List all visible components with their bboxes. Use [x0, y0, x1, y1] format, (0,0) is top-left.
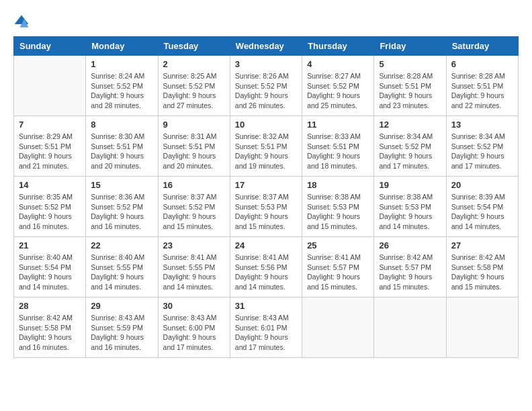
svg-marker-0: [15, 15, 29, 24]
weekday-header-thursday: Thursday: [302, 37, 374, 56]
day-info: Sunrise: 8:40 AM Sunset: 5:55 PM Dayligh…: [91, 253, 152, 292]
calendar-table: SundayMondayTuesdayWednesdayThursdayFrid…: [13, 36, 519, 358]
weekday-header-sunday: Sunday: [14, 37, 86, 56]
calendar-cell: 8Sunrise: 8:30 AM Sunset: 5:51 PM Daylig…: [86, 116, 158, 177]
week-row-5: 28Sunrise: 8:42 AM Sunset: 5:58 PM Dayli…: [14, 298, 519, 358]
page-header: [13, 13, 519, 30]
calendar-cell: 4Sunrise: 8:27 AM Sunset: 5:52 PM Daylig…: [302, 56, 374, 116]
calendar-cell: 28Sunrise: 8:42 AM Sunset: 5:58 PM Dayli…: [14, 298, 86, 358]
day-number: 14: [19, 180, 81, 190]
day-info: Sunrise: 8:43 AM Sunset: 6:01 PM Dayligh…: [235, 313, 297, 353]
calendar-cell: 9Sunrise: 8:31 AM Sunset: 5:51 PM Daylig…: [158, 116, 230, 177]
day-number: 1: [91, 59, 152, 69]
day-info: Sunrise: 8:38 AM Sunset: 5:53 PM Dayligh…: [307, 192, 369, 232]
calendar-cell: 15Sunrise: 8:36 AM Sunset: 5:52 PM Dayli…: [86, 177, 158, 237]
calendar-cell: 26Sunrise: 8:42 AM Sunset: 5:57 PM Dayli…: [374, 237, 446, 298]
day-info: Sunrise: 8:35 AM Sunset: 5:52 PM Dayligh…: [19, 192, 81, 232]
day-number: 20: [451, 180, 513, 190]
calendar-cell: 7Sunrise: 8:29 AM Sunset: 5:51 PM Daylig…: [14, 116, 86, 177]
day-number: 26: [379, 240, 441, 250]
day-info: Sunrise: 8:30 AM Sunset: 5:51 PM Dayligh…: [91, 132, 152, 171]
day-info: Sunrise: 8:43 AM Sunset: 5:59 PM Dayligh…: [91, 313, 152, 353]
day-info: Sunrise: 8:28 AM Sunset: 5:51 PM Dayligh…: [379, 71, 441, 111]
day-number: 3: [235, 59, 297, 69]
calendar-cell: 3Sunrise: 8:26 AM Sunset: 5:52 PM Daylig…: [230, 56, 302, 116]
weekday-header-monday: Monday: [86, 37, 158, 56]
day-number: 11: [307, 120, 369, 130]
day-info: Sunrise: 8:42 AM Sunset: 5:58 PM Dayligh…: [19, 313, 81, 353]
calendar-cell: 12Sunrise: 8:34 AM Sunset: 5:52 PM Dayli…: [374, 116, 446, 177]
calendar-cell: [302, 298, 374, 358]
day-number: 27: [451, 240, 513, 250]
day-number: 23: [163, 240, 225, 250]
day-number: 25: [307, 240, 369, 250]
day-info: Sunrise: 8:32 AM Sunset: 5:51 PM Dayligh…: [235, 132, 297, 171]
calendar-cell: 1Sunrise: 8:24 AM Sunset: 5:52 PM Daylig…: [86, 56, 158, 116]
calendar-cell: 22Sunrise: 8:40 AM Sunset: 5:55 PM Dayli…: [86, 237, 158, 298]
day-number: 10: [235, 120, 297, 130]
day-info: Sunrise: 8:28 AM Sunset: 5:51 PM Dayligh…: [451, 71, 513, 111]
week-row-1: 1Sunrise: 8:24 AM Sunset: 5:52 PM Daylig…: [14, 56, 519, 116]
day-number: 4: [307, 59, 369, 69]
calendar-cell: 31Sunrise: 8:43 AM Sunset: 6:01 PM Dayli…: [230, 298, 302, 358]
day-info: Sunrise: 8:25 AM Sunset: 5:52 PM Dayligh…: [163, 71, 225, 111]
day-number: 28: [19, 301, 81, 311]
day-info: Sunrise: 8:26 AM Sunset: 5:52 PM Dayligh…: [235, 71, 297, 111]
calendar-cell: 27Sunrise: 8:42 AM Sunset: 5:58 PM Dayli…: [446, 237, 518, 298]
day-info: Sunrise: 8:24 AM Sunset: 5:52 PM Dayligh…: [91, 71, 152, 111]
day-number: 13: [451, 120, 513, 130]
day-info: Sunrise: 8:36 AM Sunset: 5:52 PM Dayligh…: [91, 192, 152, 232]
calendar-cell: 21Sunrise: 8:40 AM Sunset: 5:54 PM Dayli…: [14, 237, 86, 298]
week-row-3: 14Sunrise: 8:35 AM Sunset: 5:52 PM Dayli…: [14, 177, 519, 237]
calendar-cell: 10Sunrise: 8:32 AM Sunset: 5:51 PM Dayli…: [230, 116, 302, 177]
day-number: 16: [163, 180, 225, 190]
calendar-cell: [14, 56, 86, 116]
calendar-cell: 30Sunrise: 8:43 AM Sunset: 6:00 PM Dayli…: [158, 298, 230, 358]
calendar-cell: [446, 298, 518, 358]
day-number: 5: [379, 59, 441, 69]
calendar-cell: 14Sunrise: 8:35 AM Sunset: 5:52 PM Dayli…: [14, 177, 86, 237]
calendar-cell: 19Sunrise: 8:38 AM Sunset: 5:53 PM Dayli…: [374, 177, 446, 237]
day-number: 21: [19, 240, 81, 250]
weekday-header-saturday: Saturday: [446, 37, 518, 56]
week-row-2: 7Sunrise: 8:29 AM Sunset: 5:51 PM Daylig…: [14, 116, 519, 177]
calendar-cell: 16Sunrise: 8:37 AM Sunset: 5:52 PM Dayli…: [158, 177, 230, 237]
day-number: 2: [163, 59, 225, 69]
day-info: Sunrise: 8:34 AM Sunset: 5:52 PM Dayligh…: [379, 132, 441, 171]
day-number: 12: [379, 120, 441, 130]
calendar-cell: 17Sunrise: 8:37 AM Sunset: 5:53 PM Dayli…: [230, 177, 302, 237]
calendar-cell: 2Sunrise: 8:25 AM Sunset: 5:52 PM Daylig…: [158, 56, 230, 116]
day-number: 19: [379, 180, 441, 190]
day-info: Sunrise: 8:37 AM Sunset: 5:52 PM Dayligh…: [163, 192, 225, 232]
weekday-header-tuesday: Tuesday: [158, 37, 230, 56]
day-info: Sunrise: 8:42 AM Sunset: 5:57 PM Dayligh…: [379, 253, 441, 292]
calendar-cell: 18Sunrise: 8:38 AM Sunset: 5:53 PM Dayli…: [302, 177, 374, 237]
day-number: 31: [235, 301, 297, 311]
day-info: Sunrise: 8:41 AM Sunset: 5:55 PM Dayligh…: [163, 253, 225, 292]
weekday-header-row: SundayMondayTuesdayWednesdayThursdayFrid…: [14, 37, 519, 56]
day-info: Sunrise: 8:34 AM Sunset: 5:52 PM Dayligh…: [451, 132, 513, 171]
calendar-cell: 13Sunrise: 8:34 AM Sunset: 5:52 PM Dayli…: [446, 116, 518, 177]
day-info: Sunrise: 8:38 AM Sunset: 5:53 PM Dayligh…: [379, 192, 441, 232]
day-info: Sunrise: 8:43 AM Sunset: 6:00 PM Dayligh…: [163, 313, 225, 353]
weekday-header-friday: Friday: [374, 37, 446, 56]
day-number: 8: [91, 120, 152, 130]
day-info: Sunrise: 8:41 AM Sunset: 5:56 PM Dayligh…: [235, 253, 297, 292]
calendar-cell: 24Sunrise: 8:41 AM Sunset: 5:56 PM Dayli…: [230, 237, 302, 298]
day-info: Sunrise: 8:39 AM Sunset: 5:54 PM Dayligh…: [451, 192, 513, 232]
logo: [13, 13, 32, 30]
calendar-cell: 6Sunrise: 8:28 AM Sunset: 5:51 PM Daylig…: [446, 56, 518, 116]
calendar-cell: 5Sunrise: 8:28 AM Sunset: 5:51 PM Daylig…: [374, 56, 446, 116]
day-number: 24: [235, 240, 297, 250]
day-number: 7: [19, 120, 81, 130]
day-number: 30: [163, 301, 225, 311]
day-number: 6: [451, 59, 513, 69]
weekday-header-wednesday: Wednesday: [230, 37, 302, 56]
day-info: Sunrise: 8:33 AM Sunset: 5:51 PM Dayligh…: [307, 132, 369, 171]
week-row-4: 21Sunrise: 8:40 AM Sunset: 5:54 PM Dayli…: [14, 237, 519, 298]
day-info: Sunrise: 8:27 AM Sunset: 5:52 PM Dayligh…: [307, 71, 369, 111]
day-info: Sunrise: 8:41 AM Sunset: 5:57 PM Dayligh…: [307, 253, 369, 292]
day-number: 18: [307, 180, 369, 190]
day-info: Sunrise: 8:29 AM Sunset: 5:51 PM Dayligh…: [19, 132, 81, 171]
calendar-cell: 25Sunrise: 8:41 AM Sunset: 5:57 PM Dayli…: [302, 237, 374, 298]
